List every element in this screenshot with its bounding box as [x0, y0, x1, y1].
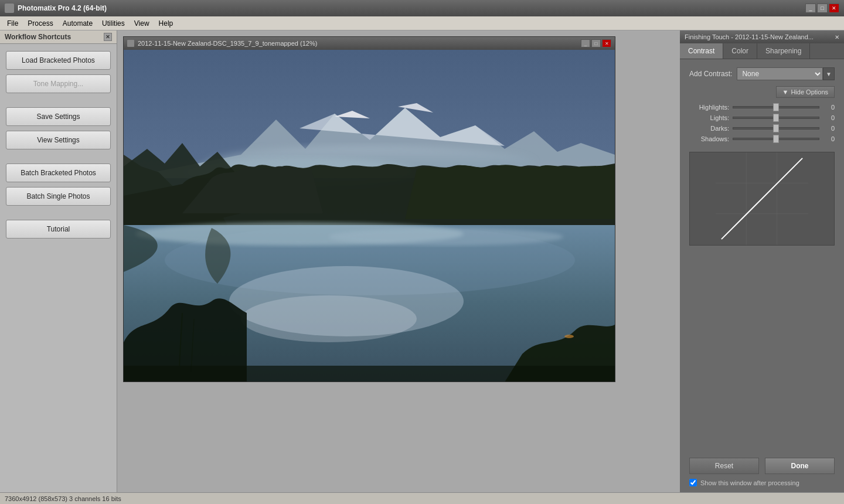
- reset-button[interactable]: Reset: [689, 458, 759, 474]
- status-info: 7360x4912 (858x573) 3 channels 16 bits: [5, 495, 121, 502]
- finishing-panel-title: Finishing Touch - 2012-11-15-New Zealand…: [685, 33, 814, 40]
- close-button[interactable]: ✕: [829, 4, 839, 13]
- hide-options-wrapper: ▼ Hide Options: [689, 86, 835, 98]
- app-title: Photomatix Pro 4.2 (64-bit): [18, 4, 805, 12]
- show-window-checkbox[interactable]: [689, 479, 697, 486]
- image-canvas: [124, 50, 615, 382]
- action-buttons-row: Reset Done: [689, 458, 835, 474]
- highlights-slider[interactable]: [733, 106, 819, 108]
- tab-contrast[interactable]: Contrast: [680, 43, 723, 59]
- darks-value: 0: [823, 125, 835, 132]
- shadows-label: Shadows:: [689, 135, 729, 142]
- finishing-panel-content: Add Contrast: None Low Medium High ▼ ▼ H…: [680, 59, 844, 452]
- workflow-panel: Workflow Shortcuts ✕ Load Bracketed Phot…: [0, 30, 117, 492]
- save-settings-button[interactable]: Save Settings: [6, 107, 111, 126]
- workflow-panel-header: Workflow Shortcuts ✕: [0, 30, 117, 44]
- batch-bracketed-button[interactable]: Batch Bracketed Photos: [6, 164, 111, 182]
- title-bar: Photomatix Pro 4.2 (64-bit) _ □ ✕: [0, 0, 844, 16]
- highlights-value: 0: [823, 104, 835, 111]
- svg-point-14: [241, 295, 417, 342]
- add-contrast-arrow: ▼: [823, 67, 835, 80]
- show-window-label: Show this window after processing: [700, 479, 799, 486]
- finishing-panel-bottom: Reset Done Show this window after proces…: [680, 452, 844, 492]
- workflow-panel-content: Load Bracketed Photos Tone Mapping... Sa…: [0, 44, 117, 246]
- maximize-button[interactable]: □: [817, 4, 828, 13]
- finishing-panel-header: Finishing Touch - 2012-11-15-New Zealand…: [680, 30, 844, 43]
- image-minimize-button[interactable]: _: [581, 39, 590, 47]
- menu-automate[interactable]: Automate: [58, 18, 97, 29]
- menu-utilities[interactable]: Utilities: [97, 18, 130, 29]
- menu-bar: File Process Automate Utilities View Hel…: [0, 16, 844, 30]
- svg-line-23: [722, 158, 802, 239]
- image-window-titlebar: 2012-11-15-New Zealand-DSC_1935_7_9_tone…: [124, 37, 615, 50]
- image-window-icon: [127, 40, 134, 47]
- tone-mapping-button[interactable]: Tone Mapping...: [6, 74, 111, 93]
- show-window-row: Show this window after processing: [689, 479, 835, 486]
- svg-point-12: [329, 228, 563, 246]
- workflow-panel-close[interactable]: ✕: [104, 33, 112, 41]
- finishing-panel-close[interactable]: ✕: [835, 34, 839, 40]
- hide-options-arrow-icon: ▼: [782, 88, 789, 96]
- workflow-panel-title: Workflow Shortcuts: [5, 33, 71, 41]
- window-controls: _ □ ✕: [805, 4, 839, 13]
- finishing-panel: Finishing Touch - 2012-11-15-New Zealand…: [680, 30, 844, 492]
- hide-options-button[interactable]: ▼ Hide Options: [776, 86, 835, 98]
- menu-help[interactable]: Help: [154, 18, 178, 29]
- finishing-panel-tabs: Contrast Color Sharpening: [680, 43, 844, 59]
- image-window: 2012-11-15-New Zealand-DSC_1935_7_9_tone…: [123, 36, 615, 382]
- batch-single-button[interactable]: Batch Single Photos: [6, 187, 111, 206]
- svg-rect-17: [124, 366, 615, 382]
- center-area: 2012-11-15-New Zealand-DSC_1935_7_9_tone…: [117, 30, 680, 492]
- app-icon: [5, 4, 14, 13]
- add-contrast-row: Add Contrast: None Low Medium High ▼: [689, 67, 835, 80]
- add-contrast-select[interactable]: None Low Medium High: [737, 67, 823, 80]
- lights-slider[interactable]: [733, 117, 819, 119]
- separator-2: [6, 154, 111, 159]
- darks-label: Darks:: [689, 125, 729, 132]
- darks-slider[interactable]: [733, 127, 819, 130]
- main-area: Workflow Shortcuts ✕ Load Bracketed Phot…: [0, 30, 844, 492]
- lights-row: Lights: 0: [689, 114, 835, 121]
- separator-1: [6, 98, 111, 103]
- view-settings-button[interactable]: View Settings: [6, 131, 111, 149]
- minimize-button[interactable]: _: [805, 4, 816, 13]
- shadows-value: 0: [823, 135, 835, 142]
- darks-row: Darks: 0: [689, 125, 835, 132]
- separator-3: [6, 210, 111, 215]
- svg-point-18: [564, 335, 574, 338]
- image-window-title: 2012-11-15-New Zealand-DSC_1935_7_9_tone…: [138, 40, 577, 47]
- shadows-slider[interactable]: [733, 138, 819, 140]
- menu-process[interactable]: Process: [23, 18, 57, 29]
- menu-view[interactable]: View: [130, 18, 154, 29]
- highlights-label: Highlights:: [689, 104, 729, 111]
- shadows-row: Shadows: 0: [689, 135, 835, 142]
- tone-curve[interactable]: [689, 152, 835, 246]
- add-contrast-select-wrapper: None Low Medium High ▼: [737, 67, 835, 80]
- image-window-controls: _ □ ✕: [581, 39, 611, 47]
- tab-sharpening[interactable]: Sharpening: [757, 43, 810, 59]
- add-contrast-label: Add Contrast:: [689, 70, 732, 78]
- load-bracketed-button[interactable]: Load Bracketed Photos: [6, 51, 111, 70]
- image-close-button[interactable]: ✕: [602, 39, 611, 47]
- hide-options-label: Hide Options: [791, 88, 828, 96]
- tutorial-button[interactable]: Tutorial: [6, 220, 111, 239]
- highlights-row: Highlights: 0: [689, 104, 835, 111]
- status-bar: 7360x4912 (858x573) 3 channels 16 bits: [0, 492, 844, 504]
- sliders-section: Highlights: 0 Lights: 0 Darks: 0 Shadows…: [689, 104, 835, 142]
- done-button[interactable]: Done: [765, 458, 835, 474]
- menu-file[interactable]: File: [2, 18, 23, 29]
- tab-color[interactable]: Color: [723, 43, 757, 59]
- lights-label: Lights:: [689, 114, 729, 121]
- image-maximize-button[interactable]: □: [591, 39, 601, 47]
- lights-value: 0: [823, 114, 835, 121]
